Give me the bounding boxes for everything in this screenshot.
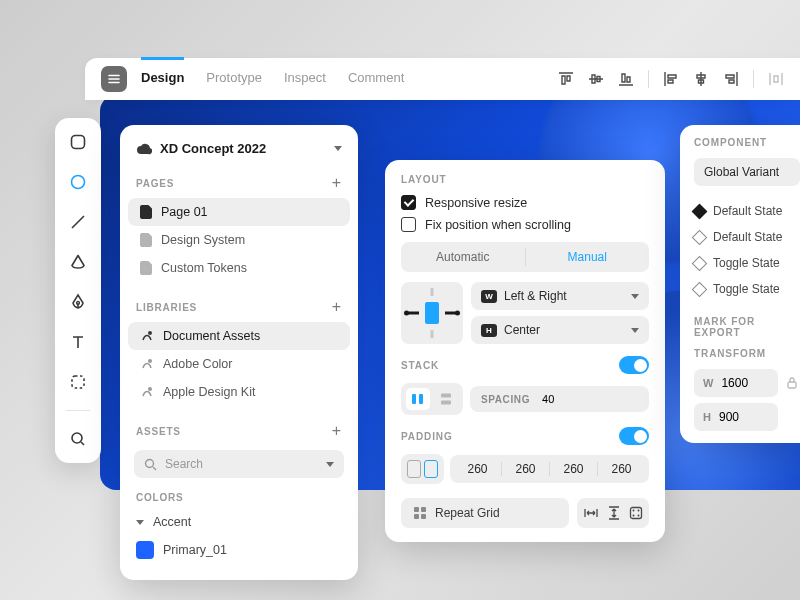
svg-rect-10	[419, 394, 423, 404]
chevron-down-icon	[631, 294, 639, 299]
stack-heading: STACK	[401, 360, 439, 371]
add-asset-button[interactable]: +	[332, 422, 342, 440]
pages-heading: PAGES +	[120, 166, 358, 198]
responsive-resize-checkbox[interactable]: Responsive resize	[401, 195, 649, 210]
library-item[interactable]: Adobe Color	[128, 350, 350, 378]
distribute-icon[interactable]	[768, 71, 784, 87]
padding-toggle[interactable]	[619, 427, 649, 445]
svg-rect-0	[72, 136, 85, 149]
scroll-both-icon[interactable]	[629, 506, 643, 520]
tools-toolbar	[55, 118, 101, 463]
scroll-v-icon[interactable]	[607, 506, 621, 520]
color-swatch	[136, 541, 154, 559]
svg-point-1	[72, 176, 85, 189]
toolbar-divider	[66, 410, 90, 411]
svg-rect-22	[788, 382, 796, 388]
search-icon	[144, 458, 157, 471]
state-item[interactable]: Toggle State	[694, 276, 800, 302]
svg-point-20	[633, 515, 635, 517]
svg-rect-17	[631, 508, 642, 519]
grid-icon	[413, 506, 427, 520]
padding-link-buttons[interactable]	[401, 454, 444, 484]
transform-heading: TRANSFORM	[694, 348, 800, 359]
align-left-icon[interactable]	[663, 71, 679, 87]
repeat-grid-button[interactable]: Repeat Grid	[401, 498, 569, 528]
diamond-icon	[692, 281, 708, 297]
padding-values[interactable]: 260 260 260 260	[450, 455, 649, 483]
constraint-widget[interactable]	[401, 282, 463, 344]
project-name: XD Concept 2022	[160, 141, 326, 156]
stack-vertical-button[interactable]	[434, 388, 458, 410]
tool-ellipse[interactable]	[66, 170, 90, 194]
state-item[interactable]: Default State	[694, 224, 800, 250]
top-bar: Design Prototype Inspect Comment	[85, 58, 800, 100]
color-swatch-item[interactable]: Primary_01	[120, 535, 358, 565]
diamond-icon	[692, 229, 708, 245]
svg-point-5	[148, 331, 152, 335]
add-library-button[interactable]: +	[332, 298, 342, 316]
global-variant-dropdown[interactable]: Global Variant	[694, 158, 800, 186]
hamburger-icon	[107, 72, 121, 86]
chevron-down-icon	[334, 146, 342, 151]
mode-manual[interactable]: Manual	[526, 242, 650, 272]
align-bottom-icon[interactable]	[618, 71, 634, 87]
color-folder[interactable]: Accent	[120, 509, 358, 535]
tool-line[interactable]	[66, 210, 90, 234]
add-page-button[interactable]: +	[332, 174, 342, 192]
asset-search-input[interactable]: Search	[134, 450, 344, 478]
export-heading: MARK FOR EXPORT	[694, 316, 800, 338]
stack-horizontal-button[interactable]	[406, 388, 430, 410]
spacing-input[interactable]: SPACING40	[470, 386, 649, 412]
state-item[interactable]: Default State	[694, 198, 800, 224]
tab-prototype[interactable]: Prototype	[206, 70, 262, 89]
tool-rectangle[interactable]	[66, 130, 90, 154]
tool-pen[interactable]	[66, 290, 90, 314]
mode-automatic[interactable]: Automatic	[401, 242, 525, 272]
lock-aspect-icon[interactable]	[784, 375, 800, 391]
svg-point-18	[633, 510, 635, 512]
colors-heading: COLORS	[120, 484, 358, 509]
align-right-icon[interactable]	[723, 71, 739, 87]
state-item[interactable]: Toggle State	[694, 250, 800, 276]
width-input[interactable]: W1600	[694, 369, 778, 397]
align-vcenter-icon[interactable]	[588, 71, 604, 87]
svg-rect-12	[441, 401, 451, 405]
align-hcenter-icon[interactable]	[693, 71, 709, 87]
main-menu-button[interactable]	[101, 66, 127, 92]
horizontal-constraint-dropdown[interactable]: WLeft & Right	[471, 282, 649, 310]
tab-design[interactable]: Design	[141, 57, 184, 89]
project-selector[interactable]: XD Concept 2022	[120, 137, 358, 166]
svg-point-19	[638, 510, 640, 512]
svg-point-8	[146, 459, 154, 467]
page-item[interactable]: Custom Tokens	[128, 254, 350, 282]
tab-comment[interactable]: Comment	[348, 70, 404, 89]
svg-point-6	[148, 359, 152, 363]
svg-rect-15	[414, 514, 419, 519]
diamond-icon	[692, 255, 708, 271]
project-panel: XD Concept 2022 PAGES + Page 01 Design S…	[120, 125, 358, 580]
tab-inspect[interactable]: Inspect	[284, 70, 326, 89]
tool-polygon[interactable]	[66, 250, 90, 274]
height-badge-icon: H	[481, 324, 497, 337]
vertical-constraint-dropdown[interactable]: HCenter	[471, 316, 649, 344]
scroll-h-icon[interactable]	[583, 506, 599, 520]
page-item[interactable]: Page 01	[128, 198, 350, 226]
assets-icon	[140, 385, 154, 399]
library-item[interactable]: Document Assets	[128, 322, 350, 350]
mode-tabs: Design Prototype Inspect Comment	[141, 70, 404, 89]
align-top-icon[interactable]	[558, 71, 574, 87]
fix-position-checkbox[interactable]: Fix position when scrolling	[401, 217, 649, 232]
height-input[interactable]: H900	[694, 403, 778, 431]
tool-artboard[interactable]	[66, 370, 90, 394]
page-item[interactable]: Design System	[128, 226, 350, 254]
component-heading: COMPONENT	[694, 137, 800, 148]
assets-icon	[140, 357, 154, 371]
svg-rect-14	[421, 507, 426, 512]
stack-toggle[interactable]	[619, 356, 649, 374]
tool-zoom[interactable]	[66, 427, 90, 451]
chevron-down-icon	[631, 328, 639, 333]
library-item[interactable]: Apple Design Kit	[128, 378, 350, 406]
cloud-icon	[136, 142, 152, 156]
assets-icon	[140, 329, 154, 343]
tool-text[interactable]	[66, 330, 90, 354]
